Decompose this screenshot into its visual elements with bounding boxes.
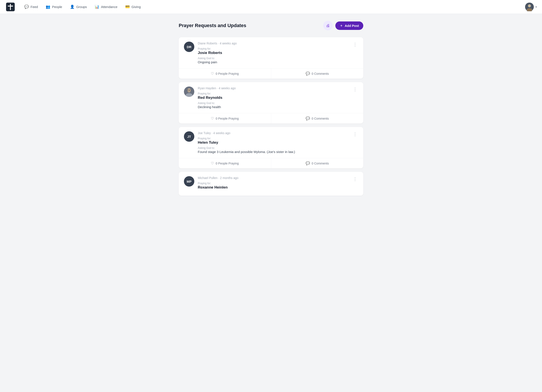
card-body: JT Joe Tuley · 4 weeks ago ⋮ Praying for… [179, 127, 363, 158]
praying-button[interactable]: ♡ 0 People Praying [179, 68, 271, 79]
header-actions: 🖨 ＋ Add Post [323, 21, 363, 30]
comment-icon: 💬 [306, 71, 310, 76]
asking-god-text: Declining health [198, 105, 358, 109]
asking-god-label: Asking God to: [198, 102, 358, 105]
praying-for-label: Praying for: [198, 47, 358, 50]
people-icon: 👥 [46, 5, 50, 9]
card-body: Ryan Hayden · 4 weeks ago ⋮ Praying for:… [179, 82, 363, 113]
page-title: Prayer Requests and Updates [179, 23, 246, 28]
avatar: MP [184, 176, 194, 187]
heart-icon: ♡ [211, 161, 214, 165]
card-footer: ♡ 0 People Praying 💬 0 Comments [179, 158, 363, 168]
nav-item-people[interactable]: 👥 People [42, 2, 66, 11]
author-time: Diane Roberts · 4 weeks ago [198, 42, 237, 45]
comment-icon: 💬 [306, 116, 310, 120]
praying-for-label: Praying for: [198, 182, 358, 185]
nav-item-feed-label: Feed [31, 5, 38, 9]
praying-for-name: Red Reynolds [198, 96, 358, 100]
avatar [184, 87, 194, 97]
praying-count: 0 People Praying [216, 162, 239, 165]
post-card: DR Diane Roberts · 4 weeks ago ⋮ Praying… [179, 37, 363, 79]
add-post-plus-icon: ＋ [340, 24, 343, 28]
print-button[interactable]: 🖨 [323, 21, 333, 30]
nav-item-groups[interactable]: 👤 Groups [66, 2, 90, 11]
card-header-row: Diane Roberts · 4 weeks ago ⋮ [198, 42, 358, 47]
card-main: Ryan Hayden · 4 weeks ago ⋮ Praying for:… [198, 87, 358, 109]
card-footer: ♡ 0 People Praying 💬 0 Comments [179, 113, 363, 124]
nav-item-people-label: People [52, 5, 62, 9]
post-more-button[interactable]: ⋮ [352, 87, 358, 92]
post-card: Ryan Hayden · 4 weeks ago ⋮ Praying for:… [179, 82, 363, 124]
asking-god-label: Asking God to: [198, 147, 358, 150]
card-footer: ♡ 0 People Praying 💬 0 Comments [179, 68, 363, 79]
page-header: Prayer Requests and Updates 🖨 ＋ Add Post [179, 21, 363, 30]
post-more-button[interactable]: ⋮ [352, 42, 358, 47]
praying-for-name: Helen Tuley [198, 140, 358, 145]
comments-button[interactable]: 💬 0 Comments [271, 113, 363, 124]
card-main: Michael Pullen · 2 months ago ⋮ Praying … [198, 176, 358, 191]
praying-button[interactable]: ♡ 0 People Praying [179, 113, 271, 124]
author-time: Michael Pullen · 2 months ago [198, 176, 238, 180]
add-post-button[interactable]: ＋ Add Post [335, 22, 363, 30]
nav-logo [5, 2, 16, 12]
heart-icon: ♡ [211, 116, 214, 120]
svg-point-6 [528, 5, 531, 7]
nav-item-attendance[interactable]: 📊 Attendance [91, 2, 121, 11]
asking-god-text: Ongoing pain [198, 60, 358, 64]
feed-icon: 💬 [24, 5, 29, 9]
user-menu-chevron[interactable]: ▾ [536, 5, 537, 8]
asking-god-text: Found stage 3 Leukemia and possible Mylo… [198, 150, 358, 154]
post-more-button[interactable]: ⋮ [352, 132, 358, 136]
post-card: JT Joe Tuley · 4 weeks ago ⋮ Praying for… [179, 127, 363, 168]
post-more-button[interactable]: ⋮ [352, 177, 358, 181]
nav-right: ▾ [525, 3, 537, 11]
card-header-row: Michael Pullen · 2 months ago ⋮ [198, 176, 358, 182]
nav-item-giving[interactable]: 💳 Giving [122, 2, 144, 11]
giving-icon: 💳 [125, 5, 130, 9]
nav-items: 💬 Feed 👥 People 👤 Groups 📊 Attendance 💳 … [21, 2, 523, 11]
praying-for-name: Josie Roberts [198, 51, 358, 55]
comments-button[interactable]: 💬 0 Comments [271, 158, 363, 168]
comments-button[interactable]: 💬 0 Comments [271, 68, 363, 79]
card-main: Diane Roberts · 4 weeks ago ⋮ Praying fo… [198, 42, 358, 64]
comments-count: 0 Comments [312, 117, 329, 120]
nav-item-feed[interactable]: 💬 Feed [21, 2, 41, 11]
praying-count: 0 People Praying [216, 72, 239, 75]
praying-for-label: Praying for: [198, 92, 358, 95]
card-body: DR Diane Roberts · 4 weeks ago ⋮ Praying… [179, 37, 363, 68]
author-time: Ryan Hayden · 4 weeks ago [198, 87, 236, 90]
navbar: 💬 Feed 👥 People 👤 Groups 📊 Attendance 💳 … [0, 0, 542, 14]
main-content: Prayer Requests and Updates 🖨 ＋ Add Post… [173, 14, 369, 203]
comments-count: 0 Comments [312, 72, 329, 75]
posts-list: DR Diane Roberts · 4 weeks ago ⋮ Praying… [179, 37, 363, 196]
praying-for-label: Praying for: [198, 137, 358, 140]
svg-rect-2 [8, 6, 13, 6]
praying-count: 0 People Praying [216, 117, 239, 120]
comment-icon: 💬 [306, 161, 310, 165]
avatar: JT [184, 131, 194, 142]
print-icon: 🖨 [326, 23, 330, 28]
card-body: MP Michael Pullen · 2 months ago ⋮ Prayi… [179, 172, 363, 196]
card-header-row: Joe Tuley · 4 weeks ago ⋮ [198, 131, 358, 137]
svg-rect-1 [10, 4, 11, 10]
add-post-label: Add Post [345, 24, 359, 27]
svg-line-14 [187, 90, 187, 90]
groups-icon: 👤 [70, 5, 75, 9]
author-time: Joe Tuley · 4 weeks ago [198, 131, 230, 135]
attendance-icon: 📊 [95, 5, 99, 9]
avatar: DR [184, 42, 194, 52]
heart-icon: ♡ [211, 71, 214, 76]
card-header-row: Ryan Hayden · 4 weeks ago ⋮ [198, 87, 358, 92]
praying-button[interactable]: ♡ 0 People Praying [179, 158, 271, 168]
praying-for-name: Roxanne Heinlen [198, 185, 358, 190]
post-card: MP Michael Pullen · 2 months ago ⋮ Prayi… [179, 172, 363, 196]
card-main: Joe Tuley · 4 weeks ago ⋮ Praying for: H… [198, 131, 358, 154]
nav-item-giving-label: Giving [131, 5, 141, 9]
user-avatar[interactable] [525, 3, 534, 11]
nav-item-groups-label: Groups [76, 5, 87, 9]
nav-item-attendance-label: Attendance [101, 5, 117, 9]
comments-count: 0 Comments [312, 162, 329, 165]
asking-god-label: Asking God to: [198, 57, 358, 60]
